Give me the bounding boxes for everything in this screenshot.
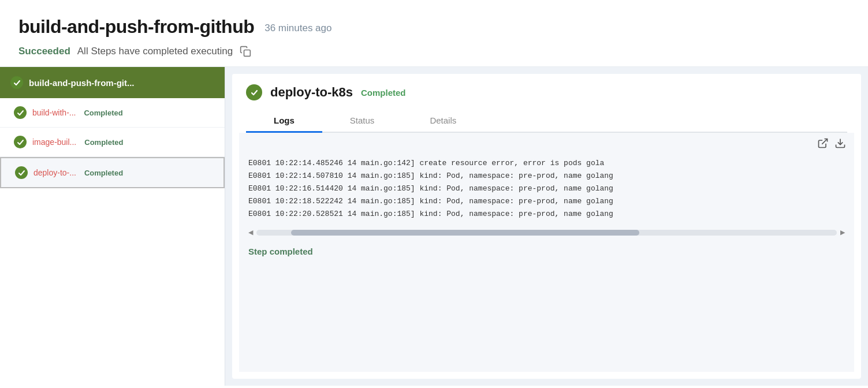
copy-icon[interactable] [240, 46, 251, 57]
step2-check-icon [14, 136, 27, 148]
sidebar: build-and-push-from-git... build-with-..… [0, 67, 225, 386]
scrollbar-track[interactable] [256, 230, 837, 236]
status-succeeded: Succeeded [18, 46, 70, 57]
pipeline-name: build-and-push-from-git... [29, 78, 134, 88]
step1-status: Completed [84, 109, 122, 117]
log-content: E0801 10:22:14.485246 14 main.go:142] cr… [239, 155, 854, 225]
main-content: build-and-push-from-git... build-with-..… [0, 67, 868, 386]
scroll-left-arrow[interactable]: ◀ [248, 229, 253, 236]
step2-status: Completed [84, 138, 123, 147]
step-completed-label: Step completed [239, 240, 854, 263]
detail-check-icon [246, 84, 262, 100]
step3-check-icon [15, 166, 28, 179]
log-scrollbar-container: ◀ ▶ [239, 225, 854, 240]
log-line-3: E0801 10:22:18.522242 14 main.go:185] ki… [248, 195, 845, 208]
step1-check-icon [14, 106, 27, 119]
step3-status: Completed [84, 169, 123, 177]
sidebar-item-image-build[interactable]: image-buil... Completed [0, 128, 225, 157]
svg-rect-0 [244, 50, 251, 57]
log-scroll-arrows: ◀ ▶ [248, 227, 845, 237]
page-wrapper: build-and-push-from-github 36 minutes ag… [0, 0, 868, 388]
external-link-icon[interactable] [817, 137, 830, 150]
sidebar-item-deploy-to[interactable]: deploy-to-... Completed [0, 157, 225, 188]
detail-tabs: Logs Status Details [246, 110, 847, 133]
header-timestamp: 36 minutes ago [265, 23, 331, 34]
log-line-4: E0801 10:22:20.528521 14 main.go:185] ki… [248, 208, 845, 221]
tab-status[interactable]: Status [322, 110, 403, 133]
log-line-1: E0801 10:22:14.507810 14 main.go:185] ki… [248, 170, 845, 182]
scrollbar-thumb[interactable] [291, 230, 639, 236]
step3-name: deploy-to-... [33, 168, 76, 177]
svg-line-1 [822, 139, 827, 144]
tab-logs[interactable]: Logs [246, 110, 322, 133]
pipeline-check-icon [10, 76, 23, 89]
log-toolbar [239, 133, 854, 155]
download-icon[interactable] [835, 137, 847, 150]
sidebar-item-build-with[interactable]: build-with-... Completed [0, 98, 225, 128]
step2-name: image-buil... [32, 137, 76, 147]
detail-status-badge: Completed [361, 88, 406, 98]
sidebar-pipeline-header[interactable]: build-and-push-from-git... [0, 67, 225, 98]
detail-title: deploy-to-k8s [270, 85, 353, 100]
step1-name: build-with-... [32, 108, 76, 117]
page-header: build-and-push-from-github 36 minutes ag… [0, 0, 868, 67]
scroll-right-arrow[interactable]: ▶ [840, 229, 845, 236]
detail-panel: deploy-to-k8s Completed Logs Status Deta… [232, 74, 861, 379]
tab-details[interactable]: Details [402, 110, 484, 133]
detail-header: deploy-to-k8s Completed Logs Status Deta… [232, 74, 861, 133]
status-message: All Steps have completed executing [77, 46, 233, 57]
page-title: build-and-push-from-github [18, 16, 254, 38]
log-line-0: E0801 10:22:14.485246 14 main.go:142] cr… [248, 157, 845, 170]
log-area: E0801 10:22:14.485246 14 main.go:142] cr… [239, 133, 854, 372]
log-line-2: E0801 10:22:16.514420 14 main.go:185] ki… [248, 182, 845, 195]
